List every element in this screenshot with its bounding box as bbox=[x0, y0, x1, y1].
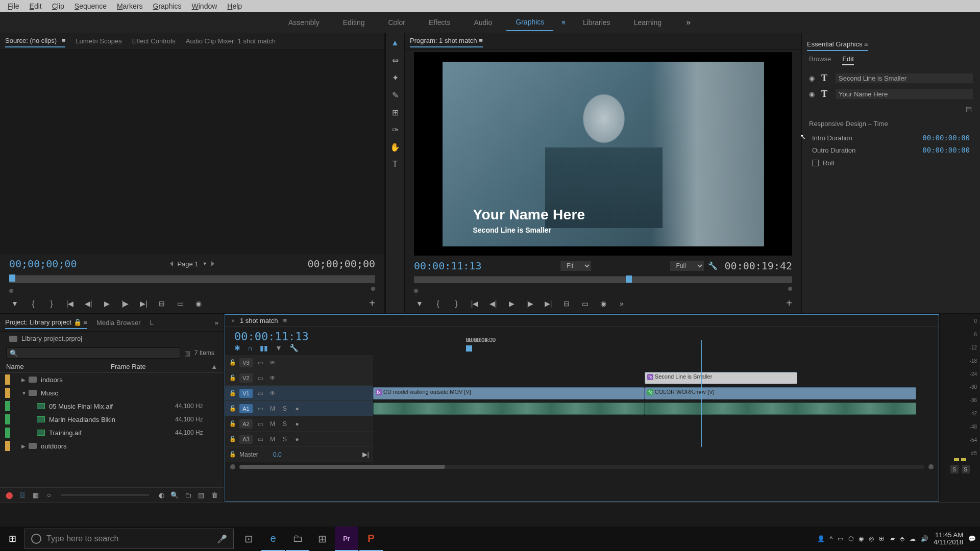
filter-bin-icon[interactable]: ▥ bbox=[184, 349, 190, 357]
source-playhead[interactable] bbox=[9, 274, 15, 282]
clip-graphic[interactable]: fxSecond Line is Smaller bbox=[645, 372, 797, 384]
insert-icon[interactable]: ⊟ bbox=[156, 298, 167, 309]
list-view-icon[interactable]: ☲ bbox=[18, 491, 27, 499]
visibility-icon[interactable]: ◉ bbox=[809, 74, 816, 82]
type-tool-icon[interactable]: T bbox=[389, 158, 401, 170]
menu-edit[interactable]: Edit bbox=[24, 2, 47, 10]
source-ruler[interactable] bbox=[9, 275, 375, 283]
lock-icon[interactable]: 🔓 bbox=[229, 405, 236, 412]
voice-over-icon[interactable]: ● bbox=[292, 405, 302, 412]
eg-tab-edit[interactable]: Edit bbox=[842, 55, 853, 65]
tab-audio-clip-mixer[interactable]: Audio Clip Mixer: 1 shot match bbox=[186, 35, 276, 47]
close-sequence-icon[interactable]: × bbox=[231, 317, 235, 324]
timeline-content[interactable]: fxSecond Line is Smaller fxCU model walk… bbox=[373, 355, 939, 462]
usb-icon[interactable]: ⬡ bbox=[848, 535, 853, 542]
record-icon[interactable]: ⬤ bbox=[5, 491, 13, 499]
layer-label[interactable]: Your Name Here bbox=[836, 89, 973, 99]
mic-icon[interactable]: 🎤 bbox=[217, 534, 227, 544]
track-v3[interactable]: V3 bbox=[239, 358, 253, 367]
menu-file[interactable]: File bbox=[3, 2, 24, 10]
project-row[interactable]: Marin Headlands Bikin44,100 Hz bbox=[0, 413, 224, 426]
new-layer-icon[interactable]: ▤ bbox=[802, 102, 980, 114]
layer-row-1[interactable]: ◉ T Your Name Here bbox=[802, 86, 980, 102]
export-frame-icon[interactable]: ◉ bbox=[193, 298, 204, 309]
ws-overflow-icon[interactable]: » bbox=[676, 18, 701, 27]
people-icon[interactable]: 👤 bbox=[817, 535, 825, 542]
outro-duration-value[interactable]: 00:00:00:00 bbox=[922, 146, 970, 154]
track-a3[interactable]: A3 bbox=[239, 435, 253, 444]
solo-left[interactable]: S bbox=[950, 465, 959, 473]
go-in-icon[interactable]: |◀ bbox=[469, 298, 480, 309]
clip-v1-a[interactable]: fxCU model walking outside.MOV [V] bbox=[373, 387, 645, 399]
menu-markers[interactable]: Markers bbox=[112, 2, 148, 10]
find-icon[interactable]: 🔍 bbox=[170, 491, 179, 499]
project-row[interactable]: ▶outdoors bbox=[0, 439, 224, 453]
step-fwd-icon[interactable]: |▶ bbox=[119, 298, 131, 309]
toggle-output-icon[interactable]: 👁 bbox=[268, 390, 277, 397]
tab-project[interactable]: Project: Library project 🔒 ≡ bbox=[5, 316, 87, 329]
lock-icon[interactable]: 🔓 bbox=[229, 420, 236, 427]
go-in-icon[interactable]: |◀ bbox=[64, 298, 76, 309]
store-icon[interactable]: ⊞ bbox=[310, 527, 334, 551]
new-bin-icon[interactable]: 🗀 bbox=[184, 491, 192, 499]
program-zoom-in[interactable] bbox=[788, 287, 792, 291]
page-next-icon[interactable] bbox=[211, 261, 214, 266]
mute-icon[interactable]: M bbox=[268, 405, 277, 412]
menu-help[interactable]: Help bbox=[222, 2, 247, 10]
battery-icon[interactable]: ▭ bbox=[838, 535, 843, 542]
sync-lock-icon[interactable]: ▭ bbox=[256, 374, 265, 382]
program-monitor-viewport[interactable]: Your Name Here Second Line is Smaller bbox=[414, 52, 792, 256]
timeline-zoom-in[interactable] bbox=[928, 464, 934, 469]
program-zoom-out[interactable] bbox=[414, 289, 418, 293]
roll-checkbox-row[interactable]: Roll bbox=[802, 156, 980, 170]
sync-lock-icon[interactable]: ▭ bbox=[256, 436, 265, 443]
menu-window[interactable]: Window bbox=[187, 2, 223, 10]
volume-icon[interactable]: 🔊 bbox=[921, 535, 928, 542]
mute-icon[interactable]: M bbox=[268, 436, 277, 443]
layer-row-0[interactable]: ◉ T Second Line is Smaller bbox=[802, 70, 980, 86]
sync-lock-icon[interactable]: ▭ bbox=[256, 420, 265, 428]
source-zoom-in[interactable] bbox=[371, 287, 375, 291]
play-icon[interactable]: ▶ bbox=[101, 298, 112, 309]
menu-sequence[interactable]: Sequence bbox=[69, 2, 112, 10]
panel-menu-icon[interactable]: ≡ bbox=[62, 37, 66, 44]
sync-lock-icon[interactable]: ▭ bbox=[256, 359, 265, 366]
ws-effects[interactable]: Effects bbox=[420, 14, 460, 31]
track-v1[interactable]: V1 bbox=[239, 389, 253, 398]
panel-menu-icon[interactable]: ≡ bbox=[479, 37, 483, 44]
tray-icon[interactable]: ▰ bbox=[890, 535, 895, 542]
lock-icon[interactable]: 🔓 bbox=[229, 374, 236, 381]
taskbar-search[interactable]: Type here to search 🎤 bbox=[24, 529, 234, 549]
mark-in-icon[interactable]: { bbox=[432, 298, 444, 309]
overflow-icon[interactable]: » bbox=[215, 319, 218, 327]
lock-icon[interactable]: 🔓 bbox=[229, 359, 236, 366]
toggle-output-icon[interactable]: 👁 bbox=[268, 374, 277, 382]
page-selector[interactable]: Page 1 bbox=[177, 260, 198, 268]
start-button[interactable]: ⊞ bbox=[0, 527, 24, 551]
marker-icon[interactable]: ▼ bbox=[9, 298, 20, 309]
edge-icon[interactable]: e bbox=[261, 527, 285, 551]
settings-icon[interactable]: 🔧 bbox=[708, 261, 718, 270]
tray-icon[interactable]: ◎ bbox=[869, 535, 874, 542]
overwrite-icon[interactable]: ▭ bbox=[175, 298, 186, 309]
step-back-icon[interactable]: ◀| bbox=[83, 298, 94, 309]
mute-icon[interactable]: M bbox=[268, 420, 277, 428]
premiere-icon[interactable]: Pr bbox=[335, 527, 358, 551]
delete-icon[interactable]: 🗑 bbox=[210, 491, 218, 499]
ws-graphics[interactable]: Graphics bbox=[506, 14, 553, 31]
sequence-name[interactable]: 1 shot match bbox=[240, 317, 278, 324]
track-a1[interactable]: A1 bbox=[239, 404, 253, 413]
sync-lock-icon[interactable]: ▭ bbox=[256, 390, 265, 397]
track-a2[interactable]: A2 bbox=[239, 419, 253, 429]
button-editor-icon[interactable]: + bbox=[369, 297, 375, 309]
quality-select[interactable]: Full bbox=[670, 261, 704, 271]
lift-icon[interactable]: ⊟ bbox=[561, 298, 572, 309]
tab-effect-controls[interactable]: Effect Controls bbox=[132, 35, 176, 47]
zoom-select[interactable]: Fit bbox=[560, 261, 591, 271]
extract-icon[interactable]: ▭ bbox=[579, 298, 591, 309]
overflow-icon[interactable]: » bbox=[616, 298, 627, 309]
timeline-scrollbar[interactable] bbox=[239, 465, 924, 469]
step-back-icon[interactable]: ◀| bbox=[487, 298, 499, 309]
timeline-playhead-line[interactable] bbox=[701, 340, 702, 447]
new-item-icon[interactable]: ▤ bbox=[197, 491, 205, 499]
